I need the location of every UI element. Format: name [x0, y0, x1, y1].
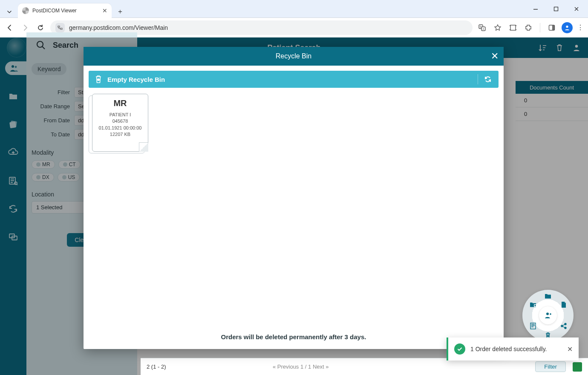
svg-text:A: A [482, 28, 484, 30]
radial-add-user-icon[interactable] [539, 306, 557, 324]
tab-title: PostDICOM Viewer [32, 8, 99, 14]
svg-rect-8 [510, 25, 516, 30]
toast-message: 1 Order deleted successfully. [470, 346, 562, 352]
svg-point-27 [546, 313, 549, 315]
card-size: 12207 KB [95, 131, 145, 138]
card-patient: PATIENT I [95, 112, 145, 118]
svg-rect-0 [533, 9, 538, 10]
toast-close-icon[interactable]: ✕ [567, 345, 573, 353]
favicon-icon [22, 7, 29, 14]
browser-tab[interactable]: PostDICOM Viewer ✕ [18, 3, 112, 18]
radial-menu[interactable] [522, 290, 574, 341]
success-toast: 1 Order deleted successfully. ✕ [447, 338, 579, 361]
results-summary: 2 (1 - 2) [147, 363, 166, 370]
window-close-button[interactable] [567, 2, 586, 16]
card-datetime: 01.01.1921 00:00:00 [95, 125, 145, 131]
modal-close-icon[interactable]: ✕ [491, 51, 499, 62]
side-panel-icon[interactable] [546, 22, 557, 33]
svg-point-26 [565, 327, 566, 329]
modal-footer-text: Orders will be deleted permanently after… [84, 326, 504, 349]
recycle-item-card[interactable]: MR PATIENT I 045678 01.01.1921 00:00:00 … [90, 94, 151, 152]
svg-point-25 [565, 323, 566, 325]
svg-text:文: 文 [479, 25, 482, 28]
refresh-icon[interactable] [482, 74, 493, 85]
svg-point-11 [566, 25, 568, 27]
card-modality: MR [95, 98, 145, 108]
address-bar[interactable] [69, 24, 467, 31]
extension-icon-2[interactable] [523, 22, 534, 33]
new-tab-button[interactable]: ＋ [114, 6, 126, 18]
svg-rect-3 [61, 28, 62, 29]
site-info-icon[interactable] [55, 23, 65, 32]
reload-button[interactable] [35, 22, 46, 33]
back-button[interactable] [4, 22, 15, 33]
svg-point-24 [561, 325, 563, 327]
radial-share-icon[interactable] [559, 321, 568, 331]
svg-rect-10 [552, 25, 555, 30]
extension-icon-1[interactable] [507, 22, 519, 33]
recycle-bin-modal: Recycle Bin ✕ Empty Recycle Bin MR [84, 47, 504, 349]
profile-avatar[interactable] [562, 22, 573, 33]
svg-rect-2 [58, 26, 60, 27]
svg-rect-1 [554, 7, 558, 11]
minimize-button[interactable] [526, 2, 545, 16]
modal-title: Recycle Bin [276, 52, 311, 60]
radial-document-icon[interactable] [559, 300, 568, 309]
tab-dropdown[interactable] [3, 6, 15, 18]
results-pager[interactable]: « Previous 1 / 1 Next » [273, 363, 329, 370]
svg-rect-23 [530, 323, 536, 329]
empty-recycle-bin-button[interactable]: Empty Recycle Bin [107, 76, 165, 83]
radial-folder-icon[interactable] [543, 291, 553, 301]
browser-menu-icon[interactable]: ⋮ [577, 23, 584, 32]
bookmark-icon[interactable] [492, 22, 503, 33]
translate-icon[interactable]: 文A [477, 22, 488, 33]
check-icon [454, 343, 465, 355]
filter-button[interactable]: Filter [535, 361, 566, 372]
card-id: 045678 [95, 118, 145, 124]
radial-report-icon[interactable] [528, 321, 538, 331]
export-excel-icon[interactable] [573, 362, 582, 372]
tab-close-icon[interactable]: ✕ [102, 7, 107, 14]
radial-add-folder-icon[interactable] [528, 300, 538, 309]
forward-button[interactable] [20, 22, 31, 33]
trash-icon [94, 74, 103, 85]
maximize-button[interactable] [546, 2, 566, 16]
